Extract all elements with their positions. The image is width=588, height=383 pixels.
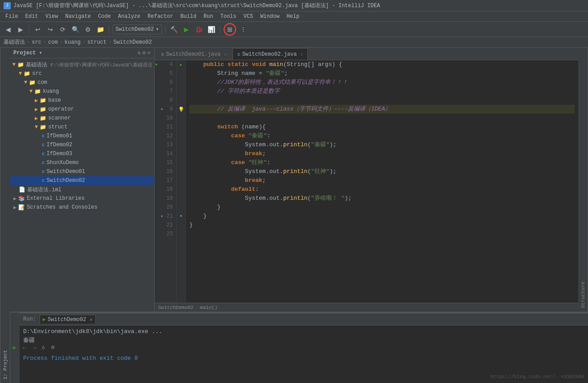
gutter-15 [177, 158, 185, 167]
sync-icon[interactable]: ⇅ [137, 49, 140, 56]
java-icon-switch01: c [42, 169, 45, 174]
tree-item-ifdemo02[interactable]: c IfDemo02 [10, 140, 154, 149]
coverage-button[interactable]: 📊 [206, 24, 217, 35]
line-num-23: 23 [155, 230, 173, 239]
menu-window[interactable]: Window [257, 12, 283, 21]
tab-close-0[interactable]: ✕ [224, 52, 227, 57]
line-num-12: 12 [155, 132, 173, 140]
toolbar-btn-6[interactable]: 📁 [95, 24, 106, 35]
menu-vcs[interactable]: VCS [240, 12, 257, 21]
tree-item-base[interactable]: ▶ 📁 base [10, 96, 154, 105]
breadcrumb-item-4[interactable]: struct [87, 39, 106, 45]
tree-item-root[interactable]: ▼ 📁 基础语法 F:\班级管理\网课班\代码\JavaSE\基础语法 [10, 60, 154, 69]
menu-edit[interactable]: Edit [22, 12, 42, 21]
bottom-tab-filter[interactable]: ⚙ [50, 345, 57, 351]
menu-tools[interactable]: Tools [217, 12, 240, 21]
toolbar-extra-btn[interactable]: ⋮ [238, 24, 249, 35]
menu-run[interactable]: Run [200, 12, 217, 21]
tree-item-com[interactable]: ▼ 📁 com [10, 78, 154, 87]
toolbar-sep-2 [109, 25, 109, 34]
breadcrumb-item-1[interactable]: src [32, 39, 41, 45]
run-button[interactable]: ▶ [181, 24, 192, 35]
toolbar-btn-4[interactable]: 🔍 [70, 24, 81, 35]
forward-button[interactable]: ▶ [15, 24, 26, 35]
title-text: JavaSE [F:\班级管理\网课班\代码\JavaSE] - ...\基础语… [13, 2, 380, 9]
bottom-left-tabs: ▶ ↑ ↓ ⟳ ⚙ [10, 313, 20, 383]
menu-build[interactable]: Build [177, 12, 200, 21]
close-icon[interactable]: ✕ [147, 49, 151, 56]
tree-item-iml[interactable]: 📄 基础语法.iml [10, 185, 154, 194]
tree-item-operator[interactable]: ▶ 📁 operator [10, 105, 154, 114]
toolbar-sep-3 [165, 25, 166, 34]
code-line-15: case "狂神": [189, 158, 575, 167]
expand-icon-struct: ▼ [35, 124, 38, 130]
run-tab-icon: ▶ [43, 316, 46, 323]
menu-analyze[interactable]: Analyze [114, 12, 144, 21]
editor-area: c SwitchDemo01.java ✕ c SwitchDemo02.jav… [155, 48, 578, 312]
bottom-tab-wrap[interactable]: ⟳ [41, 346, 46, 350]
java-icon-ifdemo01: c [42, 133, 45, 139]
settings-icon[interactable]: ⚙ [143, 49, 146, 56]
tree-item-shunxudemo[interactable]: c ShunXuDemo [10, 158, 154, 167]
tree-item-scratches[interactable]: ▶ 📝 Scratches and Consoles [10, 203, 154, 212]
gutter-12 [177, 132, 185, 140]
tree-item-ifdemo03[interactable]: c IfDemo03 [10, 149, 154, 158]
breadcrumb-item-0[interactable]: 基础语法 [4, 38, 25, 46]
project-label: Project ▾ [13, 49, 42, 56]
menu-refactor[interactable]: Refactor [144, 12, 177, 21]
line-numbers: 4 5 6 7 8 9 10 11 12 13 14 15 16 17 [155, 60, 177, 303]
menu-view[interactable]: View [42, 12, 62, 21]
project-vertical-tab[interactable]: 1: Project [0, 48, 10, 383]
menu-file[interactable]: File [2, 12, 22, 21]
tab-switchdemo01[interactable]: c SwitchDemo01.java ✕ [156, 48, 232, 60]
bottom-tab-scroll-up[interactable]: ↑ [21, 346, 28, 350]
layout-button[interactable]: ⊞ [224, 23, 236, 36]
build-button[interactable]: 🔨 [169, 24, 180, 35]
library-icon: 📚 [18, 195, 25, 202]
run-label: Run: [23, 316, 36, 322]
tree-item-kuang[interactable]: ▼ 📁 kuang [10, 87, 154, 96]
code-content[interactable]: public static void main(String[] args) {… [186, 60, 578, 303]
java-icon-ifdemo02: c [42, 142, 45, 148]
breadcrumb-item-5[interactable]: SwitchDemo02 [113, 39, 151, 45]
debug-button[interactable]: 🐞 [194, 24, 204, 35]
tree-item-switchdemo01[interactable]: c SwitchDemo01 [10, 167, 154, 176]
tab-switchdemo02[interactable]: c SwitchDemo02.java ✕ [233, 48, 308, 60]
menu-navigate[interactable]: Navigate [61, 12, 94, 21]
code-line-21: } [189, 212, 575, 221]
watermark: https://blog.csdn.net/. ×3363066 [490, 374, 584, 379]
tab-close-1[interactable]: ✕ [300, 52, 303, 57]
tree-item-external[interactable]: ▶ 📚 External Libraries [10, 194, 154, 203]
toolbar-btn-3[interactable]: ⟳ [57, 24, 68, 35]
run-output-line-0: D:\Environment\jdk8\jdk\bin\java.exe ... [23, 327, 584, 336]
run-tab-close[interactable]: ✕ [90, 317, 92, 322]
structure-vertical-tab[interactable]: Structure [578, 48, 588, 312]
back-button[interactable]: ◀ [3, 24, 13, 35]
tree-item-struct[interactable]: ▼ 📁 struct [10, 123, 154, 132]
tree-label-iml: 基础语法.iml [27, 186, 61, 194]
undo-button[interactable]: ↩ [33, 24, 43, 35]
lightbulb-icon[interactable]: 💡 [178, 107, 184, 112]
tree-item-src[interactable]: ▼ 📁 src [10, 69, 154, 78]
gutter-20 [177, 203, 185, 212]
tree-item-scanner[interactable]: ▶ 📁 scanner [10, 114, 154, 123]
bottom-tab-scroll-dn[interactable]: ↓ [31, 346, 38, 350]
toolbar-btn-5[interactable]: ⚙ [82, 24, 93, 35]
tree-item-ifdemo01[interactable]: c IfDemo01 [10, 132, 154, 140]
file-tree: ▼ 📁 基础语法 F:\班级管理\网课班\代码\JavaSE\基础语法 ▼ 📁 … [10, 58, 154, 312]
breadcrumb-sep-3: › [82, 39, 86, 45]
run-tab-switchdemo02[interactable]: ▶ SwitchDemo02 ✕ [40, 315, 96, 324]
menu-help[interactable]: Help [283, 12, 303, 21]
redo-button[interactable]: ↪ [45, 24, 56, 35]
project-tab-title: Project ▾ [13, 49, 42, 56]
gutter-16 [177, 167, 185, 176]
title-bar: J JavaSE [F:\班级管理\网课班\代码\JavaSE] - ...\基… [0, 0, 588, 12]
project-dropdown[interactable]: SwitchDemo02 ▾ [112, 25, 162, 34]
breadcrumb-item-2[interactable]: com [48, 39, 58, 45]
menu-code[interactable]: Code [94, 12, 114, 21]
breadcrumb-item-3[interactable]: kuang [65, 39, 81, 45]
tree-label-struct: struct [48, 124, 67, 130]
bottom-tab-run[interactable]: ▶ [12, 345, 17, 351]
tree-item-switchdemo02[interactable]: c SwitchDemo02 [10, 176, 154, 185]
toolbar-sep-4 [220, 25, 220, 34]
